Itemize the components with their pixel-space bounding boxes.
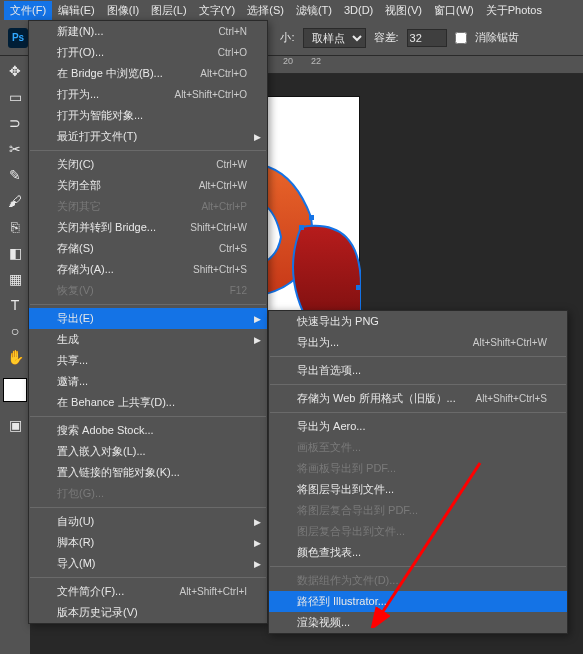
antialias-label: 消除锯齿 — [475, 30, 519, 45]
menubar-item[interactable]: 选择(S) — [241, 1, 290, 20]
menu-item[interactable]: 存储为 Web 所用格式（旧版）...Alt+Shift+Ctrl+S — [269, 388, 567, 409]
menu-item: 将画板导出到 PDF... — [269, 458, 567, 479]
antialias-checkbox[interactable] — [455, 32, 467, 44]
gradient-tool-icon[interactable]: ▦ — [4, 268, 26, 290]
menu-item[interactable]: 存储为(A)...Shift+Ctrl+S — [29, 259, 267, 280]
sample-select[interactable]: 取样点 — [303, 28, 366, 48]
menu-item[interactable]: 颜色查找表... — [269, 542, 567, 563]
menu-item[interactable]: 生成▶ — [29, 329, 267, 350]
menu-item[interactable]: 存储(S)Ctrl+S — [29, 238, 267, 259]
eraser-tool-icon[interactable]: ◧ — [4, 242, 26, 264]
menu-item[interactable]: 关闭全部Alt+Ctrl+W — [29, 175, 267, 196]
menu-item[interactable]: 导出首选项... — [269, 360, 567, 381]
menu-item: 图层复合导出到文件... — [269, 521, 567, 542]
svg-rect-8 — [299, 225, 304, 230]
menu-item: 关闭其它Alt+Ctrl+P — [29, 196, 267, 217]
menu-item: 数据组作为文件(D)... — [269, 570, 567, 591]
brush-tool-icon[interactable]: 🖌 — [4, 190, 26, 212]
menu-item: 画板至文件... — [269, 437, 567, 458]
menu-item[interactable]: 路径到 Illustrator... — [269, 591, 567, 612]
menu-item[interactable]: 在 Bridge 中浏览(B)...Alt+Ctrl+O — [29, 63, 267, 84]
menu-item[interactable]: 邀请... — [29, 371, 267, 392]
chevron-right-icon: ▶ — [254, 132, 261, 142]
menu-item[interactable]: 在 Behance 上共享(D)... — [29, 392, 267, 413]
file-menu-dropdown: 新建(N)...Ctrl+N打开(O)...Ctrl+O在 Bridge 中浏览… — [28, 20, 268, 624]
menubar-item[interactable]: 窗口(W) — [428, 1, 480, 20]
hand-tool-icon[interactable]: ✋ — [4, 346, 26, 368]
menu-item: 将图层复合导出到 PDF... — [269, 500, 567, 521]
menu-item[interactable]: 版本历史记录(V) — [29, 602, 267, 623]
move-tool-icon[interactable]: ✥ — [4, 60, 26, 82]
menu-item: 打包(G)... — [29, 483, 267, 504]
chevron-right-icon: ▶ — [254, 559, 261, 569]
color-swatch[interactable] — [3, 378, 27, 402]
menu-item[interactable]: 关闭并转到 Bridge...Shift+Ctrl+W — [29, 217, 267, 238]
menu-item[interactable]: 打开(O)...Ctrl+O — [29, 42, 267, 63]
menu-item[interactable]: 打开为...Alt+Shift+Ctrl+O — [29, 84, 267, 105]
menu-item[interactable]: 最近打开文件(T)▶ — [29, 126, 267, 147]
menu-item[interactable]: 置入链接的智能对象(K)... — [29, 462, 267, 483]
menubar-item[interactable]: 关于Photos — [480, 1, 548, 20]
eyedropper-tool-icon[interactable]: ✎ — [4, 164, 26, 186]
menu-item[interactable]: 文件简介(F)...Alt+Shift+Ctrl+I — [29, 581, 267, 602]
chevron-right-icon: ▶ — [254, 314, 261, 324]
menu-item[interactable]: 渲染视频... — [269, 612, 567, 633]
menubar-item[interactable]: 滤镜(T) — [290, 1, 338, 20]
type-tool-icon[interactable]: T — [4, 294, 26, 316]
ps-logo: Ps — [8, 28, 28, 48]
sample-label: 小: — [280, 30, 294, 45]
menubar-item[interactable]: 编辑(E) — [52, 1, 101, 20]
menubar-item[interactable]: 图像(I) — [101, 1, 145, 20]
svg-rect-9 — [356, 285, 361, 290]
tolerance-label: 容差: — [374, 30, 399, 45]
lasso-tool-icon[interactable]: ⊃ — [4, 112, 26, 134]
menu-item[interactable]: 自动(U)▶ — [29, 511, 267, 532]
menubar-item[interactable]: 3D(D) — [338, 2, 379, 18]
menu-item[interactable]: 置入嵌入对象(L)... — [29, 441, 267, 462]
chevron-right-icon: ▶ — [254, 335, 261, 345]
menu-item[interactable]: 导入(M)▶ — [29, 553, 267, 574]
crop-tool-icon[interactable]: ✂ — [4, 138, 26, 160]
menu-item[interactable]: 关闭(C)Ctrl+W — [29, 154, 267, 175]
chevron-right-icon: ▶ — [254, 538, 261, 548]
menubar-item[interactable]: 图层(L) — [145, 1, 192, 20]
menu-item[interactable]: 脚本(R)▶ — [29, 532, 267, 553]
chevron-right-icon: ▶ — [254, 517, 261, 527]
menu-item[interactable]: 打开为智能对象... — [29, 105, 267, 126]
menubar-item[interactable]: 文字(Y) — [193, 1, 242, 20]
edit-mode-icon[interactable]: ▣ — [4, 414, 26, 436]
stamp-tool-icon[interactable]: ⎘ — [4, 216, 26, 238]
toolbar: ✥ ▭ ⊃ ✂ ✎ 🖌 ⎘ ◧ ▦ T ○ ✋ ▣ — [0, 56, 30, 654]
menu-item[interactable]: 新建(N)...Ctrl+N — [29, 21, 267, 42]
menu-item[interactable]: 导出(E)▶ — [29, 308, 267, 329]
tolerance-input[interactable] — [407, 29, 447, 47]
menubar-item[interactable]: 视图(V) — [379, 1, 428, 20]
export-submenu-dropdown: 快速导出为 PNG导出为...Alt+Shift+Ctrl+W导出首选项...存… — [268, 310, 568, 634]
shape-tool-icon[interactable]: ○ — [4, 320, 26, 342]
menubar-item[interactable]: 文件(F) — [4, 1, 52, 20]
menu-item[interactable]: 将图层导出到文件... — [269, 479, 567, 500]
menu-item[interactable]: 导出为...Alt+Shift+Ctrl+W — [269, 332, 567, 353]
menu-item[interactable]: 快速导出为 PNG — [269, 311, 567, 332]
menu-item: 恢复(V)F12 — [29, 280, 267, 301]
marquee-tool-icon[interactable]: ▭ — [4, 86, 26, 108]
menu-item[interactable]: 共享... — [29, 350, 267, 371]
menu-item[interactable]: 导出为 Aero... — [269, 416, 567, 437]
menu-item[interactable]: 搜索 Adobe Stock... — [29, 420, 267, 441]
svg-rect-6 — [309, 215, 314, 220]
